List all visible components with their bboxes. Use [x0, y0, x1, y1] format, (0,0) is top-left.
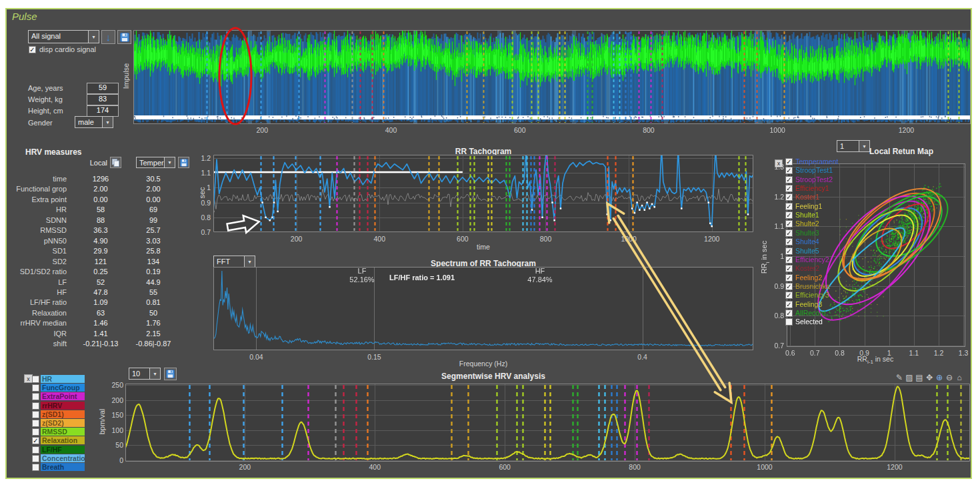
height-field[interactable]: 174: [87, 105, 119, 117]
segment-legend-checkbox[interactable]: ✓: [32, 437, 39, 444]
returnmap-segment-select[interactable]: 1 ▾: [837, 140, 870, 152]
legend-checkbox[interactable]: ✓: [785, 203, 793, 210]
tick-label: 400: [385, 126, 397, 134]
segment-legend-bar: FuncGroup: [41, 384, 85, 392]
legend-checkbox[interactable]: ✓: [785, 283, 793, 290]
segment-legend-checkbox[interactable]: [32, 464, 39, 471]
tick-label: 1200: [704, 235, 719, 243]
compare-select[interactable]: Temper... ▾: [136, 157, 175, 168]
chevron-down-icon: ▾: [164, 157, 175, 167]
zoom-out-icon[interactable]: ⊖: [945, 373, 954, 382]
segment-legend-bar: Relaxation: [41, 436, 85, 444]
segment-legend-checkbox[interactable]: [32, 428, 39, 436]
hrv-local-value: 63: [76, 309, 125, 317]
load-signal-button[interactable]: ↓: [101, 30, 115, 44]
copy-local-button[interactable]: [110, 157, 121, 168]
legend-checkbox[interactable]: ✓: [785, 167, 793, 174]
hrv-row-label: Extra point: [3, 195, 67, 203]
segment-legend-label: Concentration: [41, 454, 85, 462]
segment-legend-checkbox[interactable]: [32, 376, 39, 383]
legend-checkbox[interactable]: ✓: [785, 185, 793, 192]
legend-checkbox[interactable]: ✓: [785, 248, 793, 255]
legend-checkbox[interactable]: ✓: [785, 158, 793, 165]
lf-hf-ratio-text: LF/HF ratio = 1.091: [389, 274, 455, 282]
hrv-local-value: 1.09: [76, 298, 125, 306]
weight-label: Weight, kg: [28, 95, 63, 103]
legend-checkbox[interactable]: ✓: [785, 193, 793, 201]
save-icon: [166, 370, 175, 378]
legend-label: Feeling3: [795, 300, 822, 308]
tick-label: 800: [643, 126, 655, 134]
age-field[interactable]: 59: [87, 83, 119, 94]
brush-icon[interactable]: ▨: [905, 373, 914, 382]
save-signal-button[interactable]: [117, 30, 131, 44]
legend-checkbox[interactable]: ✓: [785, 256, 793, 264]
disp-cardio-checkbox[interactable]: ✓: [29, 46, 36, 53]
spectrum-plot: [213, 267, 753, 350]
legend-checkbox[interactable]: ✓: [785, 229, 793, 237]
tick-label: 1.2: [774, 193, 784, 201]
hrv-local-value: 36.3: [76, 226, 125, 234]
hrv-row-label: Relaxation: [3, 309, 67, 317]
segment-legend-bar: HR: [41, 375, 85, 383]
segment-legend-label: RMSSD: [41, 428, 85, 436]
hrv-local-value: 1.41: [76, 330, 125, 338]
spectrum-xlabel: Frequency (Hz): [459, 360, 507, 368]
segment-legend-checkbox[interactable]: [32, 411, 39, 418]
legend-label: Temperament: [795, 157, 838, 165]
legend-checkbox[interactable]: ✓: [785, 238, 793, 246]
legend-checkbox[interactable]: ✓: [785, 274, 793, 282]
hrv-row-label: pNN50: [3, 237, 67, 245]
segment-legend-checkbox[interactable]: [32, 402, 39, 410]
segment-legend-checkbox[interactable]: [32, 455, 39, 462]
tick-label: 1000: [770, 126, 785, 134]
tachogram-xlabel: time: [477, 243, 490, 251]
save-segmentwise-button[interactable]: [164, 368, 177, 380]
hrv-compare-value: 30.5: [128, 175, 179, 183]
legend-checkbox[interactable]: [785, 318, 793, 326]
segment-legend-label: z(SD2): [41, 419, 85, 427]
chevron-down-icon: ▾: [88, 31, 99, 43]
weight-field[interactable]: 83: [87, 94, 119, 105]
export-icon[interactable]: ✎: [895, 373, 904, 382]
spectrum-method-select[interactable]: FFT ▾: [213, 256, 255, 268]
segment-legend-checkbox[interactable]: [32, 420, 39, 427]
segment-legend-checkbox[interactable]: [32, 446, 39, 454]
hrv-compare-value: 2.15: [128, 330, 179, 338]
disp-cardio-label: disp cardio signal: [39, 45, 96, 53]
legend-checkbox[interactable]: ✓: [785, 310, 793, 317]
hrv-local-value: 2.00: [76, 185, 125, 193]
gender-label: Gender: [28, 119, 53, 127]
home-icon[interactable]: ⌂: [955, 373, 964, 382]
pan-icon[interactable]: ✥: [925, 373, 934, 382]
legend-label: Efficiency1: [795, 184, 829, 192]
legend-checkbox[interactable]: ✓: [785, 176, 793, 183]
tick-label: 1.3: [774, 163, 784, 171]
legend-checkbox[interactable]: ✓: [785, 211, 793, 219]
legend-checkbox[interactable]: ✓: [785, 292, 793, 299]
signal-select[interactable]: All signal ▾: [28, 30, 99, 43]
tick-label: 600: [514, 126, 526, 134]
returnmap-title: Local Retun Map: [869, 147, 933, 156]
segmentwise-window-select[interactable]: 10 ▾: [129, 368, 161, 380]
tick-label: 0.15: [367, 353, 381, 361]
save-compare-button[interactable]: [178, 157, 189, 168]
datatips-icon[interactable]: ▤: [915, 373, 924, 382]
legend-checkbox[interactable]: ✓: [785, 301, 793, 308]
hrv-compare-value: 25.8: [128, 247, 179, 255]
legend-label: AllRecord: [795, 309, 826, 317]
segment-legend-bar: RMSSD: [41, 428, 85, 436]
legend-label: Brusnichka: [795, 282, 830, 290]
gender-select[interactable]: male ▾: [75, 116, 113, 128]
segment-legend-checkbox[interactable]: [32, 384, 39, 392]
zoom-in-icon[interactable]: ⊕: [935, 373, 944, 382]
tick-label: 400: [369, 463, 381, 471]
legend-checkbox[interactable]: ✓: [785, 220, 793, 227]
segment-legend-label: rrHRV: [41, 402, 85, 410]
hrv-local-value: 47.8: [76, 288, 125, 296]
legend-checkbox[interactable]: ✓: [785, 265, 793, 272]
hrv-compare-value: 2.00: [128, 185, 179, 193]
tick-label: 0.4: [637, 353, 647, 361]
segment-legend-checkbox[interactable]: [32, 393, 39, 400]
legend-label: Shulte4: [795, 237, 819, 246]
